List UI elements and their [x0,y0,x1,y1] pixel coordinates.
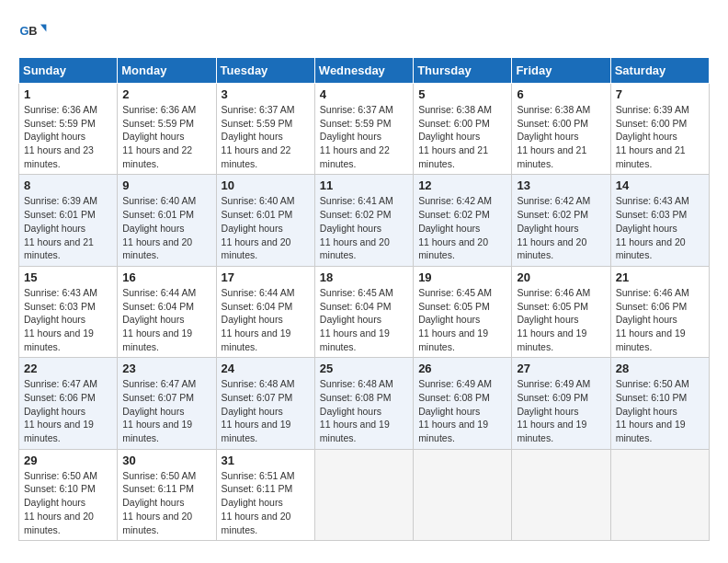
day-number: 23 [122,362,210,375]
table-row: 7Sunrise: 6:39 AMSunset: 6:00 PMDaylight… [610,84,709,175]
day-number: 16 [122,270,210,284]
table-row: 18Sunrise: 6:45 AMSunset: 6:04 PMDayligh… [314,266,413,357]
day-info: Sunrise: 6:43 AMSunset: 6:03 PMDaylight … [24,286,112,353]
table-row: 8Sunrise: 6:39 AMSunset: 6:01 PMDaylight… [19,175,118,266]
day-info: Sunrise: 6:44 AMSunset: 6:04 PMDaylight … [122,286,210,353]
svg-text:G: G [20,24,29,38]
page-header: G B [18,18,710,48]
table-row: 30Sunrise: 6:50 AMSunset: 6:11 PMDayligh… [118,449,216,540]
day-info: Sunrise: 6:50 AMSunset: 6:10 PMDaylight … [616,377,704,444]
day-number: 22 [24,362,112,375]
table-row [314,449,413,540]
day-info: Sunrise: 6:42 AMSunset: 6:02 PMDaylight … [517,194,605,261]
day-info: Sunrise: 6:50 AMSunset: 6:10 PMDaylight … [24,469,112,536]
table-row: 25Sunrise: 6:48 AMSunset: 6:08 PMDayligh… [314,358,413,449]
day-number: 9 [122,178,210,192]
table-row: 21Sunrise: 6:46 AMSunset: 6:06 PMDayligh… [610,266,709,357]
day-number: 7 [616,87,704,101]
table-row: 26Sunrise: 6:49 AMSunset: 6:08 PMDayligh… [414,358,512,449]
day-info: Sunrise: 6:44 AMSunset: 6:04 PMDaylight … [222,286,310,353]
svg-text:B: B [28,24,37,38]
day-info: Sunrise: 6:39 AMSunset: 6:00 PMDaylight … [616,103,704,170]
day-info: Sunrise: 6:49 AMSunset: 6:08 PMDaylight … [418,377,506,444]
day-number: 17 [222,270,310,284]
table-row: 31Sunrise: 6:51 AMSunset: 6:11 PMDayligh… [216,449,314,540]
day-number: 5 [418,87,506,101]
dow-sunday: Sunday [19,58,118,84]
table-row: 6Sunrise: 6:38 AMSunset: 6:00 PMDaylight… [512,84,610,175]
day-info: Sunrise: 6:46 AMSunset: 6:06 PMDaylight … [616,286,704,353]
table-row: 17Sunrise: 6:44 AMSunset: 6:04 PMDayligh… [216,266,314,357]
day-info: Sunrise: 6:36 AMSunset: 5:59 PMDaylight … [122,103,210,170]
table-row: 4Sunrise: 6:37 AMSunset: 5:59 PMDaylight… [314,84,413,175]
logo-icon: G B [18,18,48,48]
table-row [610,449,709,540]
day-info: Sunrise: 6:40 AMSunset: 6:01 PMDaylight … [222,194,310,261]
day-info: Sunrise: 6:51 AMSunset: 6:11 PMDaylight … [222,469,310,536]
day-number: 25 [320,362,408,375]
day-number: 27 [517,362,605,375]
day-info: Sunrise: 6:48 AMSunset: 6:08 PMDaylight … [320,377,408,444]
table-row: 20Sunrise: 6:46 AMSunset: 6:05 PMDayligh… [512,266,610,357]
table-row: 29Sunrise: 6:50 AMSunset: 6:10 PMDayligh… [19,449,118,540]
table-row: 10Sunrise: 6:40 AMSunset: 6:01 PMDayligh… [216,175,314,266]
table-row: 3Sunrise: 6:37 AMSunset: 5:59 PMDaylight… [216,84,314,175]
day-info: Sunrise: 6:48 AMSunset: 6:07 PMDaylight … [222,377,310,444]
table-row: 5Sunrise: 6:38 AMSunset: 6:00 PMDaylight… [414,84,512,175]
table-row: 2Sunrise: 6:36 AMSunset: 5:59 PMDaylight… [118,84,216,175]
day-number: 20 [517,270,605,284]
table-row [512,449,610,540]
day-info: Sunrise: 6:42 AMSunset: 6:02 PMDaylight … [418,194,506,261]
day-number: 18 [320,270,408,284]
day-info: Sunrise: 6:46 AMSunset: 6:05 PMDaylight … [517,286,605,353]
day-number: 30 [122,454,210,467]
day-number: 19 [418,270,506,284]
day-info: Sunrise: 6:41 AMSunset: 6:02 PMDaylight … [320,194,408,261]
day-info: Sunrise: 6:50 AMSunset: 6:11 PMDaylight … [122,469,210,536]
day-number: 15 [24,270,112,284]
day-info: Sunrise: 6:49 AMSunset: 6:09 PMDaylight … [517,377,605,444]
dow-saturday: Saturday [610,58,709,84]
day-number: 6 [517,87,605,101]
day-number: 14 [616,178,704,192]
day-number: 10 [222,178,310,192]
table-row: 12Sunrise: 6:42 AMSunset: 6:02 PMDayligh… [414,175,512,266]
dow-thursday: Thursday [414,58,512,84]
day-number: 1 [24,87,112,101]
table-row: 15Sunrise: 6:43 AMSunset: 6:03 PMDayligh… [19,266,118,357]
day-info: Sunrise: 6:37 AMSunset: 5:59 PMDaylight … [320,103,408,170]
table-row: 14Sunrise: 6:43 AMSunset: 6:03 PMDayligh… [610,175,709,266]
table-row: 13Sunrise: 6:42 AMSunset: 6:02 PMDayligh… [512,175,610,266]
table-row: 23Sunrise: 6:47 AMSunset: 6:07 PMDayligh… [118,358,216,449]
day-number: 11 [320,178,408,192]
dow-wednesday: Wednesday [314,58,413,84]
day-number: 13 [517,178,605,192]
day-number: 26 [418,362,506,375]
calendar-table: SundayMondayTuesdayWednesdayThursdayFrid… [18,57,710,541]
day-info: Sunrise: 6:38 AMSunset: 6:00 PMDaylight … [517,103,605,170]
day-number: 12 [418,178,506,192]
dow-tuesday: Tuesday [216,58,314,84]
table-row: 9Sunrise: 6:40 AMSunset: 6:01 PMDaylight… [118,175,216,266]
table-row: 22Sunrise: 6:47 AMSunset: 6:06 PMDayligh… [19,358,118,449]
logo: G B [18,18,51,48]
day-number: 29 [24,454,112,467]
day-info: Sunrise: 6:43 AMSunset: 6:03 PMDaylight … [616,194,704,261]
table-row: 16Sunrise: 6:44 AMSunset: 6:04 PMDayligh… [118,266,216,357]
table-row: 28Sunrise: 6:50 AMSunset: 6:10 PMDayligh… [610,358,709,449]
day-info: Sunrise: 6:39 AMSunset: 6:01 PMDaylight … [24,194,112,261]
table-row: 27Sunrise: 6:49 AMSunset: 6:09 PMDayligh… [512,358,610,449]
day-number: 3 [222,87,310,101]
day-number: 24 [222,362,310,375]
table-row: 24Sunrise: 6:48 AMSunset: 6:07 PMDayligh… [216,358,314,449]
svg-marker-2 [40,24,46,31]
table-row [414,449,512,540]
day-info: Sunrise: 6:47 AMSunset: 6:07 PMDaylight … [122,377,210,444]
table-row: 1Sunrise: 6:36 AMSunset: 5:59 PMDaylight… [19,84,118,175]
day-number: 4 [320,87,408,101]
dow-monday: Monday [118,58,216,84]
dow-friday: Friday [512,58,610,84]
day-info: Sunrise: 6:45 AMSunset: 6:05 PMDaylight … [418,286,506,353]
day-number: 8 [24,178,112,192]
day-number: 2 [122,87,210,101]
